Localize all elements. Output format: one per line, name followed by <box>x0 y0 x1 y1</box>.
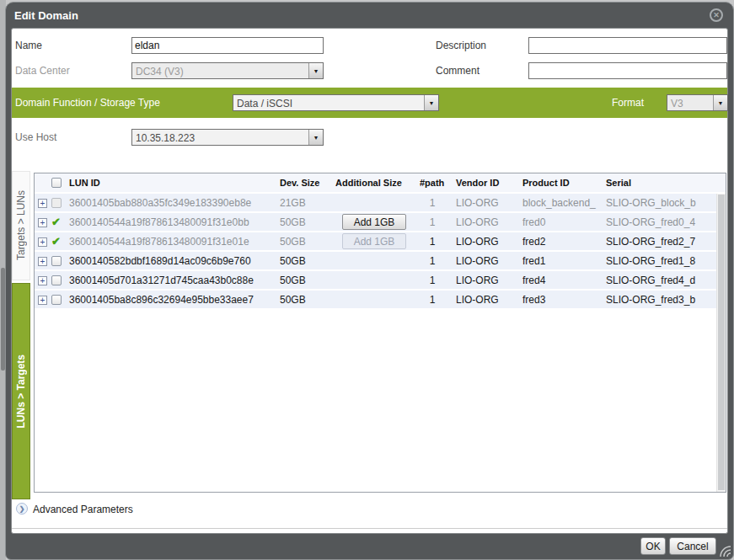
product-cell: block_backend_ <box>518 197 603 209</box>
expand-row-icon[interactable]: + <box>38 218 47 227</box>
dev-size-cell: 50GB <box>276 255 335 267</box>
serial-cell: SLIO-ORG_block_b <box>603 197 726 209</box>
column-header-product-id: Product ID <box>518 178 603 188</box>
serial-cell: SLIO-ORG_fred3_b <box>603 294 726 306</box>
use-host-select[interactable]: 10.35.18.223 ▼ <box>131 129 324 146</box>
advanced-parameters-expander[interactable]: Advanced Parameters <box>33 504 133 515</box>
lun-id-cell: 3600140582bdbf1689d14ac09c6b9e760 <box>67 255 276 267</box>
table-row[interactable]: + ✔ 3600140544a19f878613480091f31e0bb 50… <box>35 213 726 232</box>
lun-table: LUN ID Dev. Size Additional Size #path V… <box>34 173 726 493</box>
lun-id-cell: 36001405ba8c896c32694e95bbe33aee7 <box>67 294 276 306</box>
column-header-dev-size: Dev. Size <box>276 178 335 188</box>
name-label: Name <box>15 40 42 51</box>
path-cell: 1 <box>414 294 451 306</box>
format-select[interactable]: V3 ▼ <box>667 94 728 111</box>
expand-row-icon[interactable]: + <box>38 257 47 266</box>
serial-cell: SLIO-ORG_fred4_d <box>603 275 726 286</box>
table-row[interactable]: + 36001405bab880a35fc349e183390eb8e 21GB… <box>35 194 726 213</box>
path-cell: 1 <box>414 275 451 286</box>
path-cell: 1 <box>414 236 451 248</box>
data-center-select[interactable]: DC34 (V3) ▼ <box>131 62 324 79</box>
table-row[interactable]: + 3600140582bdbf1689d14ac09c6b9e760 50GB… <box>35 252 726 271</box>
vendor-cell: LIO-ORG <box>451 236 518 248</box>
close-icon[interactable]: ✕ <box>710 8 723 22</box>
ok-button[interactable]: OK <box>640 537 666 555</box>
column-header-serial: Serial <box>603 178 726 188</box>
cancel-button[interactable]: Cancel <box>669 537 716 555</box>
advanced-parameters-chevron-icon[interactable]: ❯ <box>16 503 28 515</box>
description-input[interactable] <box>528 37 727 54</box>
column-header-lun-id: LUN ID <box>67 178 276 188</box>
path-cell: 1 <box>414 216 451 228</box>
tab-targets-luns[interactable]: Targets > LUNs <box>12 171 30 280</box>
resize-grip-icon[interactable] <box>718 544 731 557</box>
table-row[interactable]: + 36001405ba8c896c32694e95bbe33aee7 50GB… <box>35 291 726 310</box>
expand-row-icon[interactable]: + <box>38 237 47 247</box>
tab-luns-targets[interactable]: LUNs > Targets <box>12 283 30 499</box>
lun-id-cell: 3600140544a19f878613480091f31e01e <box>67 236 276 248</box>
data-center-label: Data Center <box>15 65 70 77</box>
table-header-row: LUN ID Dev. Size Additional Size #path V… <box>35 173 726 194</box>
row-checkbox[interactable] <box>51 275 62 285</box>
dev-size-cell: 50GB <box>276 294 335 306</box>
storage-type-label: Domain Function / Storage Type <box>15 97 160 109</box>
add-1gb-button[interactable]: Add 1GB <box>342 214 406 230</box>
vendor-cell: LIO-ORG <box>451 294 518 306</box>
row-checkbox[interactable] <box>51 295 62 305</box>
column-header-additional-size: Additional Size <box>335 178 414 188</box>
comment-label: Comment <box>436 65 480 77</box>
edit-domain-dialog: Edit Domain ✕ Name Description Data Cent… <box>5 2 734 560</box>
table-row[interactable]: + ✔ 3600140544a19f878613480091f31e01e 50… <box>35 232 726 252</box>
chevron-down-icon: ▼ <box>713 95 727 110</box>
column-header-path: #path <box>414 178 451 188</box>
path-cell: 1 <box>414 197 451 209</box>
product-cell: fred3 <box>518 294 603 306</box>
footer-divider <box>12 528 727 529</box>
storage-type-band: Domain Function / Storage Type Data / iS… <box>12 88 727 118</box>
row-checkbox[interactable] <box>51 256 62 266</box>
expand-row-icon[interactable]: + <box>38 276 47 285</box>
product-cell: fred4 <box>518 275 603 286</box>
chevron-down-icon: ▼ <box>424 95 438 110</box>
select-all-checkbox[interactable] <box>51 178 62 188</box>
storage-type-select[interactable]: Data / iSCSI ▼ <box>233 94 439 111</box>
description-label: Description <box>436 40 486 51</box>
vendor-cell: LIO-ORG <box>451 216 518 228</box>
product-cell: fred0 <box>518 216 603 228</box>
product-cell: fred2 <box>518 236 603 248</box>
vendor-cell: LIO-ORG <box>451 255 518 267</box>
use-host-label: Use Host <box>15 131 56 143</box>
expand-row-icon[interactable]: + <box>38 296 47 305</box>
lun-id-cell: 36001405bab880a35fc349e183390eb8e <box>67 197 276 209</box>
dev-size-cell: 50GB <box>276 216 335 228</box>
dev-size-cell: 50GB <box>276 236 335 248</box>
serial-cell: SLIO-ORG_fred1_8 <box>603 255 726 267</box>
dev-size-cell: 21GB <box>276 197 335 209</box>
path-cell: 1 <box>414 255 451 267</box>
table-scrollbar-thumb[interactable] <box>718 195 725 490</box>
format-label: Format <box>612 97 644 109</box>
product-cell: fred1 <box>518 255 603 267</box>
vendor-cell: LIO-ORG <box>451 197 518 209</box>
serial-cell: SLIO-ORG_fred0_4 <box>603 216 726 228</box>
column-header-vendor-id: Vendor ID <box>451 178 518 188</box>
included-check-icon: ✔ <box>51 216 61 228</box>
dialog-content: Name Description Data Center DC34 (V3) ▼… <box>11 28 728 534</box>
lun-id-cell: 3600140544a19f878613480091f31e0bb <box>67 216 276 228</box>
expand-row-icon[interactable]: + <box>38 199 47 208</box>
name-input[interactable] <box>131 37 324 54</box>
dialog-title: Edit Domain <box>14 9 78 22</box>
included-check-icon: ✔ <box>51 235 61 248</box>
vendor-cell: LIO-ORG <box>451 275 518 286</box>
dev-size-cell: 50GB <box>276 275 335 286</box>
add-1gb-button-disabled: Add 1GB <box>342 233 406 249</box>
row-checkbox[interactable] <box>51 198 62 208</box>
serial-cell: SLIO-ORG_fred2_7 <box>603 236 726 248</box>
lun-id-cell: 36001405d701a31271d745caa43b0c88e <box>67 275 276 286</box>
table-scrollbar[interactable] <box>716 194 726 492</box>
page-background: Edit Domain ✕ Name Description Data Cent… <box>0 0 734 560</box>
table-row[interactable]: + 36001405d701a31271d745caa43b0c88e 50GB… <box>35 271 726 291</box>
comment-input[interactable] <box>528 62 727 79</box>
chevron-down-icon: ▼ <box>308 63 323 78</box>
chevron-down-icon: ▼ <box>308 130 323 145</box>
